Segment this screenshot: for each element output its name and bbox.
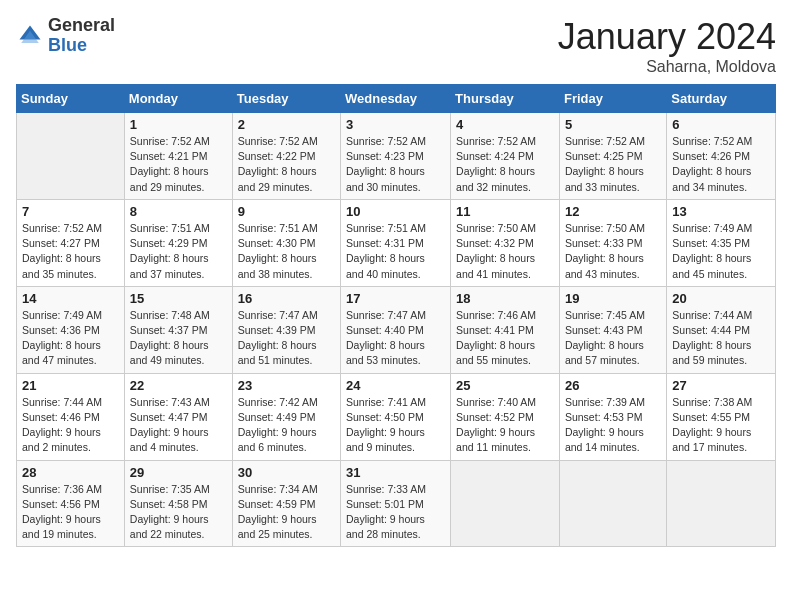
- day-number: 28: [22, 465, 119, 480]
- day-cell: 12Sunrise: 7:50 AMSunset: 4:33 PMDayligh…: [559, 199, 666, 286]
- day-number: 20: [672, 291, 770, 306]
- day-info: Sunrise: 7:50 AMSunset: 4:33 PMDaylight:…: [565, 221, 661, 282]
- day-info: Sunrise: 7:41 AMSunset: 4:50 PMDaylight:…: [346, 395, 445, 456]
- day-cell: [559, 460, 666, 547]
- day-cell: 3Sunrise: 7:52 AMSunset: 4:23 PMDaylight…: [341, 113, 451, 200]
- day-info: Sunrise: 7:51 AMSunset: 4:30 PMDaylight:…: [238, 221, 335, 282]
- week-row-4: 28Sunrise: 7:36 AMSunset: 4:56 PMDayligh…: [17, 460, 776, 547]
- day-number: 1: [130, 117, 227, 132]
- day-cell: 7Sunrise: 7:52 AMSunset: 4:27 PMDaylight…: [17, 199, 125, 286]
- day-number: 29: [130, 465, 227, 480]
- header-cell-sunday: Sunday: [17, 85, 125, 113]
- logo-icon: [16, 22, 44, 50]
- day-info: Sunrise: 7:51 AMSunset: 4:31 PMDaylight:…: [346, 221, 445, 282]
- logo-text: General Blue: [48, 16, 115, 56]
- day-cell: 24Sunrise: 7:41 AMSunset: 4:50 PMDayligh…: [341, 373, 451, 460]
- header-cell-tuesday: Tuesday: [232, 85, 340, 113]
- day-cell: 21Sunrise: 7:44 AMSunset: 4:46 PMDayligh…: [17, 373, 125, 460]
- day-info: Sunrise: 7:49 AMSunset: 4:35 PMDaylight:…: [672, 221, 770, 282]
- day-cell: 28Sunrise: 7:36 AMSunset: 4:56 PMDayligh…: [17, 460, 125, 547]
- day-number: 4: [456, 117, 554, 132]
- day-info: Sunrise: 7:48 AMSunset: 4:37 PMDaylight:…: [130, 308, 227, 369]
- logo-general: General: [48, 16, 115, 36]
- calendar-body: 1Sunrise: 7:52 AMSunset: 4:21 PMDaylight…: [17, 113, 776, 547]
- day-info: Sunrise: 7:46 AMSunset: 4:41 PMDaylight:…: [456, 308, 554, 369]
- day-info: Sunrise: 7:52 AMSunset: 4:21 PMDaylight:…: [130, 134, 227, 195]
- day-info: Sunrise: 7:52 AMSunset: 4:26 PMDaylight:…: [672, 134, 770, 195]
- day-cell: 19Sunrise: 7:45 AMSunset: 4:43 PMDayligh…: [559, 286, 666, 373]
- day-number: 9: [238, 204, 335, 219]
- day-info: Sunrise: 7:33 AMSunset: 5:01 PMDaylight:…: [346, 482, 445, 543]
- day-cell: 30Sunrise: 7:34 AMSunset: 4:59 PMDayligh…: [232, 460, 340, 547]
- day-number: 10: [346, 204, 445, 219]
- day-info: Sunrise: 7:35 AMSunset: 4:58 PMDaylight:…: [130, 482, 227, 543]
- day-cell: [17, 113, 125, 200]
- day-number: 25: [456, 378, 554, 393]
- day-cell: 2Sunrise: 7:52 AMSunset: 4:22 PMDaylight…: [232, 113, 340, 200]
- day-info: Sunrise: 7:52 AMSunset: 4:25 PMDaylight:…: [565, 134, 661, 195]
- day-cell: 23Sunrise: 7:42 AMSunset: 4:49 PMDayligh…: [232, 373, 340, 460]
- day-number: 6: [672, 117, 770, 132]
- day-info: Sunrise: 7:44 AMSunset: 4:44 PMDaylight:…: [672, 308, 770, 369]
- day-number: 24: [346, 378, 445, 393]
- day-number: 2: [238, 117, 335, 132]
- day-number: 12: [565, 204, 661, 219]
- day-info: Sunrise: 7:50 AMSunset: 4:32 PMDaylight:…: [456, 221, 554, 282]
- day-number: 26: [565, 378, 661, 393]
- day-cell: 17Sunrise: 7:47 AMSunset: 4:40 PMDayligh…: [341, 286, 451, 373]
- day-number: 27: [672, 378, 770, 393]
- day-cell: 6Sunrise: 7:52 AMSunset: 4:26 PMDaylight…: [667, 113, 776, 200]
- day-cell: 13Sunrise: 7:49 AMSunset: 4:35 PMDayligh…: [667, 199, 776, 286]
- day-cell: 1Sunrise: 7:52 AMSunset: 4:21 PMDaylight…: [124, 113, 232, 200]
- day-cell: [667, 460, 776, 547]
- week-row-1: 7Sunrise: 7:52 AMSunset: 4:27 PMDaylight…: [17, 199, 776, 286]
- day-number: 3: [346, 117, 445, 132]
- day-cell: 4Sunrise: 7:52 AMSunset: 4:24 PMDaylight…: [451, 113, 560, 200]
- title-block: January 2024 Saharna, Moldova: [558, 16, 776, 76]
- calendar-header: SundayMondayTuesdayWednesdayThursdayFrid…: [17, 85, 776, 113]
- day-cell: 14Sunrise: 7:49 AMSunset: 4:36 PMDayligh…: [17, 286, 125, 373]
- day-cell: 20Sunrise: 7:44 AMSunset: 4:44 PMDayligh…: [667, 286, 776, 373]
- day-number: 21: [22, 378, 119, 393]
- day-cell: 26Sunrise: 7:39 AMSunset: 4:53 PMDayligh…: [559, 373, 666, 460]
- day-number: 17: [346, 291, 445, 306]
- day-number: 16: [238, 291, 335, 306]
- day-number: 19: [565, 291, 661, 306]
- day-info: Sunrise: 7:47 AMSunset: 4:40 PMDaylight:…: [346, 308, 445, 369]
- day-info: Sunrise: 7:44 AMSunset: 4:46 PMDaylight:…: [22, 395, 119, 456]
- day-info: Sunrise: 7:43 AMSunset: 4:47 PMDaylight:…: [130, 395, 227, 456]
- day-number: 30: [238, 465, 335, 480]
- day-number: 18: [456, 291, 554, 306]
- day-cell: 11Sunrise: 7:50 AMSunset: 4:32 PMDayligh…: [451, 199, 560, 286]
- day-info: Sunrise: 7:45 AMSunset: 4:43 PMDaylight:…: [565, 308, 661, 369]
- day-cell: 27Sunrise: 7:38 AMSunset: 4:55 PMDayligh…: [667, 373, 776, 460]
- day-cell: 29Sunrise: 7:35 AMSunset: 4:58 PMDayligh…: [124, 460, 232, 547]
- day-info: Sunrise: 7:36 AMSunset: 4:56 PMDaylight:…: [22, 482, 119, 543]
- day-cell: 25Sunrise: 7:40 AMSunset: 4:52 PMDayligh…: [451, 373, 560, 460]
- day-info: Sunrise: 7:47 AMSunset: 4:39 PMDaylight:…: [238, 308, 335, 369]
- week-row-0: 1Sunrise: 7:52 AMSunset: 4:21 PMDaylight…: [17, 113, 776, 200]
- page-header: General Blue January 2024 Saharna, Moldo…: [16, 16, 776, 76]
- header-cell-friday: Friday: [559, 85, 666, 113]
- day-cell: 8Sunrise: 7:51 AMSunset: 4:29 PMDaylight…: [124, 199, 232, 286]
- day-number: 22: [130, 378, 227, 393]
- day-info: Sunrise: 7:52 AMSunset: 4:22 PMDaylight:…: [238, 134, 335, 195]
- location-title: Saharna, Moldova: [558, 58, 776, 76]
- day-number: 14: [22, 291, 119, 306]
- day-info: Sunrise: 7:49 AMSunset: 4:36 PMDaylight:…: [22, 308, 119, 369]
- day-number: 15: [130, 291, 227, 306]
- day-cell: [451, 460, 560, 547]
- logo-blue: Blue: [48, 36, 115, 56]
- day-cell: 9Sunrise: 7:51 AMSunset: 4:30 PMDaylight…: [232, 199, 340, 286]
- calendar-table: SundayMondayTuesdayWednesdayThursdayFrid…: [16, 84, 776, 547]
- logo: General Blue: [16, 16, 115, 56]
- day-info: Sunrise: 7:52 AMSunset: 4:23 PMDaylight:…: [346, 134, 445, 195]
- day-info: Sunrise: 7:39 AMSunset: 4:53 PMDaylight:…: [565, 395, 661, 456]
- day-cell: 31Sunrise: 7:33 AMSunset: 5:01 PMDayligh…: [341, 460, 451, 547]
- day-cell: 16Sunrise: 7:47 AMSunset: 4:39 PMDayligh…: [232, 286, 340, 373]
- day-info: Sunrise: 7:52 AMSunset: 4:24 PMDaylight:…: [456, 134, 554, 195]
- day-number: 11: [456, 204, 554, 219]
- day-cell: 15Sunrise: 7:48 AMSunset: 4:37 PMDayligh…: [124, 286, 232, 373]
- day-number: 13: [672, 204, 770, 219]
- week-row-3: 21Sunrise: 7:44 AMSunset: 4:46 PMDayligh…: [17, 373, 776, 460]
